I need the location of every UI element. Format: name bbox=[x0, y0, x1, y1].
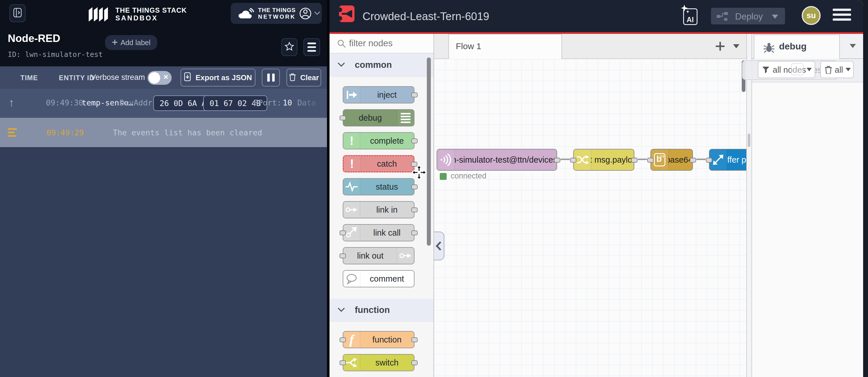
ai-assistant-button[interactable]: AI bbox=[682, 6, 699, 26]
bookmark-button[interactable] bbox=[281, 38, 298, 56]
screen: THE THINGS STACK SANDBOX THE THINGS NETW… bbox=[0, 0, 868, 377]
palette-node-label: comment bbox=[360, 271, 414, 287]
output-port[interactable] bbox=[411, 184, 417, 190]
window-gap bbox=[327, 0, 330, 377]
palette-node-link-call[interactable]: link call bbox=[343, 224, 414, 241]
flow-list-caret-icon[interactable] bbox=[733, 44, 739, 48]
palette-node-inject[interactable]: inject bbox=[343, 86, 414, 104]
output-port[interactable] bbox=[631, 158, 638, 163]
column-header-time: TIME bbox=[20, 74, 38, 82]
wire[interactable] bbox=[638, 158, 647, 160]
input-port[interactable] bbox=[706, 158, 712, 163]
palette-node-comment[interactable]: comment bbox=[343, 270, 414, 287]
toggle-x-icon: × bbox=[164, 72, 168, 82]
wire[interactable] bbox=[696, 158, 706, 160]
input-port[interactable] bbox=[340, 116, 346, 120]
input-port[interactable] bbox=[340, 230, 346, 235]
flow-project-title: Crowded-Least-Tern-6019 bbox=[363, 10, 489, 23]
sidebar-toggle-button[interactable] bbox=[9, 4, 26, 22]
flow-node-change[interactable]: set msg.payload bbox=[573, 149, 634, 171]
event-time: 09:49:30 bbox=[46, 98, 83, 107]
title-menu-button[interactable] bbox=[303, 38, 320, 56]
export-json-button[interactable]: Export as JSON bbox=[181, 69, 255, 86]
funnel-icon bbox=[762, 66, 770, 75]
flow-node-label: buffer parser bbox=[727, 149, 746, 170]
things-stack-logo-text: THE THINGS STACK SANDBOX bbox=[115, 6, 187, 22]
flow-node-buffer[interactable]: buffer parser bbox=[709, 149, 746, 171]
pause-icon bbox=[267, 74, 275, 82]
palette-node-switch[interactable]: switch bbox=[343, 354, 414, 371]
verbose-stream-toggle[interactable]: × bbox=[148, 71, 172, 85]
panel-toggle-icon bbox=[13, 8, 22, 19]
verbose-stream-label: Verbose stream bbox=[91, 73, 145, 82]
canvas-grid bbox=[434, 59, 746, 377]
sidebar-separator[interactable] bbox=[746, 34, 752, 377]
palette-category-function[interactable]: function bbox=[330, 299, 433, 322]
output-port[interactable] bbox=[690, 158, 696, 163]
row-fade bbox=[296, 89, 327, 118]
sidebar-menu-caret-icon[interactable] bbox=[849, 44, 856, 48]
palette-node-complete[interactable]: !complete bbox=[343, 132, 414, 149]
clear-events-button[interactable]: Clear bbox=[286, 69, 321, 86]
deploy-button[interactable]: Deploy bbox=[711, 8, 785, 24]
node-red-logo bbox=[339, 5, 354, 22]
palette-node-label: inject bbox=[360, 87, 414, 103]
palette-node-debug[interactable]: debug bbox=[343, 109, 414, 126]
flow-node-label: base64 bbox=[668, 149, 690, 170]
chevron-down-icon bbox=[338, 307, 345, 314]
palette-node-catch[interactable]: !catch bbox=[343, 155, 414, 172]
deploy-icon bbox=[716, 11, 730, 23]
palette-node-label: link in bbox=[360, 202, 414, 218]
main-menu-button[interactable] bbox=[833, 9, 851, 21]
output-port[interactable] bbox=[411, 230, 417, 235]
input-port[interactable] bbox=[647, 158, 654, 163]
flow-node-mqtt[interactable]: v3/lwn-simulator-test@ttn/devices/+/up bbox=[437, 149, 557, 171]
palette-scrollbar[interactable] bbox=[427, 57, 431, 246]
flow-tab-label: Flow 1 bbox=[456, 41, 481, 51]
palette-node-link-out[interactable]: link out bbox=[343, 247, 414, 264]
output-port[interactable] bbox=[411, 92, 417, 97]
palette-node-link-in[interactable]: link in bbox=[343, 201, 414, 219]
input-port[interactable] bbox=[340, 254, 346, 258]
flow-node-base64[interactable]: b64base64 bbox=[650, 149, 693, 171]
wire[interactable] bbox=[561, 158, 570, 160]
output-port[interactable] bbox=[411, 207, 417, 212]
palette-category-common[interactable]: common bbox=[330, 53, 433, 77]
deploy-label: Deploy bbox=[735, 11, 763, 22]
mqtt-icon bbox=[437, 149, 455, 170]
input-port[interactable] bbox=[340, 360, 346, 365]
toggle-knob bbox=[149, 72, 160, 84]
output-port[interactable] bbox=[554, 158, 560, 163]
palette-node-function[interactable]: ffunction bbox=[343, 331, 414, 348]
tab-flow-1[interactable]: Flow 1 bbox=[448, 34, 562, 59]
add-flow-button[interactable] bbox=[715, 41, 725, 52]
debug-clear-button[interactable]: all bbox=[820, 61, 854, 78]
add-label-button[interactable]: Add label bbox=[105, 35, 157, 50]
input-port[interactable] bbox=[570, 158, 577, 163]
inject-icon bbox=[343, 87, 360, 103]
bug-icon bbox=[763, 41, 775, 55]
palette-filter-input[interactable] bbox=[348, 37, 427, 50]
separator-grip[interactable] bbox=[748, 134, 750, 147]
chevron-down-icon bbox=[314, 11, 320, 17]
hamburger-icon bbox=[833, 9, 851, 11]
debug-clear-label: all bbox=[835, 65, 843, 75]
palette-collapse-handle[interactable] bbox=[433, 232, 444, 260]
input-port[interactable] bbox=[340, 337, 346, 342]
debug-filter-button[interactable]: all nodes bbox=[758, 61, 815, 78]
search-icon bbox=[337, 39, 346, 50]
event-row-cleared[interactable]: 09:49:29 The events list has been cleare… bbox=[0, 118, 327, 147]
network-switcher-button[interactable]: THE THINGS NETWORK bbox=[231, 3, 322, 24]
pause-stream-button[interactable] bbox=[262, 69, 280, 86]
event-row-uplink[interactable]: ↑ 09:49:30 temp-senso… DevAddr: 26 0D 6A… bbox=[0, 89, 327, 118]
palette-node-status[interactable]: status bbox=[343, 178, 414, 195]
palette-category-label: function bbox=[355, 305, 390, 315]
output-port[interactable] bbox=[411, 139, 417, 143]
tab-debug[interactable]: debug bbox=[754, 34, 840, 59]
user-avatar[interactable]: su bbox=[802, 6, 820, 25]
things-stack-logo-icon bbox=[89, 7, 111, 23]
flow-canvas[interactable]: Flow 1 v3/lwn-simulator-test@ttn/devices… bbox=[433, 34, 746, 377]
output-port[interactable] bbox=[411, 337, 417, 342]
output-port[interactable] bbox=[411, 360, 417, 365]
trash-icon bbox=[825, 65, 832, 75]
